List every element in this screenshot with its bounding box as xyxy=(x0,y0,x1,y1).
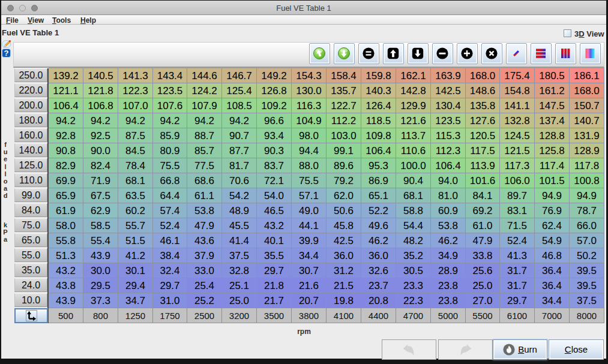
svg-text:?: ? xyxy=(4,49,9,58)
